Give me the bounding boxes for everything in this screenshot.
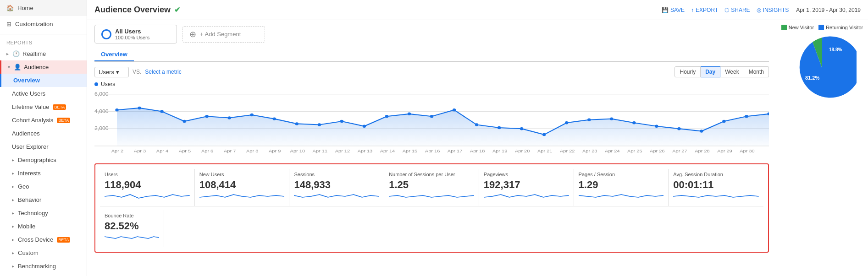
sidebar-cohort-label: Cohort Analysis xyxy=(12,117,53,124)
svg-point-23 xyxy=(453,108,456,111)
svg-point-12 xyxy=(205,115,208,118)
sidebar-item-customization[interactable]: ⊞ Customization xyxy=(0,16,87,32)
sidebar-item-overview[interactable]: Overview xyxy=(0,74,87,87)
share-button[interactable]: ⬡ SHARE xyxy=(724,7,750,13)
sidebar-home-label: Home xyxy=(17,5,33,11)
all-users-segment[interactable]: All Users 100.00% Users xyxy=(94,25,177,43)
main-area: Audience Overview ✔ 💾 SAVE ↑ EXPORT ⬡ SH… xyxy=(87,0,868,276)
metric-value-sessions-per-user: 1.25 xyxy=(389,179,474,191)
svg-text:Apr 27: Apr 27 xyxy=(672,148,687,153)
export-button[interactable]: ↑ EXPORT xyxy=(691,7,718,13)
new-visitor-color-box xyxy=(781,25,787,30)
sidebar-item-lifetime-value[interactable]: Lifetime Value BETA xyxy=(0,100,87,114)
metrics-grid: Users 118,904 New Users 108,414 xyxy=(100,169,763,206)
sidebar-item-technology[interactable]: Technology xyxy=(0,206,87,220)
beta-badge-cohort: BETA xyxy=(57,118,70,123)
segment-info: All Users 100.00% Users xyxy=(115,28,149,40)
tab-overview[interactable]: Overview xyxy=(94,48,134,61)
svg-text:Apr 20: Apr 20 xyxy=(515,148,530,153)
metric-label-sessions-per-user: Number of Sessions per User xyxy=(389,172,474,177)
sidebar-item-cross-device[interactable]: Cross Device BETA xyxy=(0,233,87,246)
select-metric-link[interactable]: Select a metric xyxy=(145,69,181,75)
svg-text:Apr 26: Apr 26 xyxy=(650,148,665,153)
sparkline-new-users xyxy=(199,191,285,202)
sidebar-mobile-label: Mobile xyxy=(18,223,35,230)
time-btn-day[interactable]: Day xyxy=(701,66,720,77)
sidebar-cross-device-label: Cross Device xyxy=(18,236,53,243)
sidebar-user-explorer-label: User Explorer xyxy=(12,143,48,150)
sidebar-item-realtime[interactable]: 🕐 Realtime xyxy=(0,47,87,60)
metric-value-bounce-rate: 82.52% xyxy=(105,220,159,232)
save-button[interactable]: 💾 SAVE xyxy=(662,7,685,13)
svg-point-9 xyxy=(138,107,141,109)
sidebar-item-home[interactable]: 🏠 Home xyxy=(0,0,87,16)
time-btn-month[interactable]: Month xyxy=(744,66,769,77)
chart-legend: Users xyxy=(94,81,769,87)
sidebar-item-custom[interactable]: Custom xyxy=(0,246,87,260)
save-label: SAVE xyxy=(670,7,685,13)
svg-point-27 xyxy=(542,133,546,136)
sparkline-avg-session xyxy=(673,191,759,202)
sparkline-bounce-rate xyxy=(105,232,159,243)
metric-label-avg-session-duration: Avg. Session Duration xyxy=(673,172,759,177)
sidebar-geo-label: Geo xyxy=(18,183,29,190)
svg-point-35 xyxy=(722,120,725,123)
sidebar-item-behavior[interactable]: Behavior xyxy=(0,193,87,206)
sidebar-item-audiences[interactable]: Audiences xyxy=(0,127,87,140)
right-panel: New Visitor Returning Visitor 1 xyxy=(776,20,868,276)
sidebar-item-mobile[interactable]: Mobile xyxy=(0,220,87,233)
svg-point-26 xyxy=(520,127,523,130)
metric-dropdown[interactable]: Users ▾ xyxy=(94,67,129,77)
svg-text:Apr 21: Apr 21 xyxy=(537,148,553,153)
svg-text:Apr 25: Apr 25 xyxy=(627,148,642,153)
legend-dot xyxy=(94,82,98,86)
sidebar-item-user-explorer[interactable]: User Explorer xyxy=(0,140,87,153)
svg-text:Apr 10: Apr 10 xyxy=(290,148,305,153)
svg-text:Apr 9: Apr 9 xyxy=(269,148,281,153)
time-buttons: Hourly Day Week Month xyxy=(674,66,769,77)
time-btn-week[interactable]: Week xyxy=(720,66,744,77)
insights-button[interactable]: ◎ INSIGHTS xyxy=(757,7,789,13)
plus-icon: ⊕ xyxy=(189,29,196,39)
svg-text:Apr 4: Apr 4 xyxy=(156,148,169,153)
svg-text:Apr 28: Apr 28 xyxy=(695,148,710,153)
metric-cell-pageviews: Pageviews 192,317 xyxy=(479,169,574,206)
svg-point-36 xyxy=(745,115,748,118)
metric-label-users: Users xyxy=(105,172,190,177)
sparkline-sessions-per-user xyxy=(389,191,474,202)
metrics-grid-wrapper: Users 118,904 New Users 108,414 xyxy=(94,163,769,253)
date-range[interactable]: Apr 1, 2019 - Apr 30, 2019 xyxy=(796,7,861,13)
sidebar-benchmarking-label: Benchmarking xyxy=(18,263,56,270)
sidebar-overview-label: Overview xyxy=(13,77,40,84)
add-segment-button[interactable]: ⊕ + Add Segment xyxy=(182,26,265,43)
sidebar-item-interests[interactable]: Interests xyxy=(0,167,87,180)
insights-icon: ◎ xyxy=(757,7,761,13)
svg-text:4,000: 4,000 xyxy=(94,108,109,114)
sidebar-item-active-users[interactable]: Active Users xyxy=(0,87,87,100)
share-label: SHARE xyxy=(731,7,750,13)
svg-text:Apr 8: Apr 8 xyxy=(246,148,259,153)
export-label: EXPORT xyxy=(696,7,718,13)
svg-text:Apr 6: Apr 6 xyxy=(201,148,214,153)
svg-point-14 xyxy=(250,114,254,116)
sidebar-item-audience[interactable]: 👤 Audience xyxy=(0,60,87,74)
svg-text:Apr 15: Apr 15 xyxy=(403,148,418,153)
sidebar-lifetime-value-label: Lifetime Value xyxy=(12,103,49,110)
sparkline-users xyxy=(105,191,190,202)
pie-legend: New Visitor Returning Visitor xyxy=(781,25,863,30)
page-title-text: Audience Overview xyxy=(94,5,171,15)
pie-chart-container: 18.8% 81.2% xyxy=(788,34,857,103)
sidebar: 🏠 Home ⊞ Customization REPORTS 🕐 Realtim… xyxy=(0,0,87,276)
svg-point-22 xyxy=(430,115,433,118)
returning-visitor-color-box xyxy=(818,25,824,30)
metric-value-new-users: 108,414 xyxy=(199,179,285,191)
sidebar-item-cohort-analysis[interactable]: Cohort Analysis BETA xyxy=(0,114,87,127)
svg-text:6,000: 6,000 xyxy=(94,92,109,97)
svg-point-29 xyxy=(587,119,591,121)
sidebar-item-geo[interactable]: Geo xyxy=(0,180,87,193)
sidebar-item-benchmarking[interactable]: Benchmarking xyxy=(0,260,87,273)
line-chart-svg: 6,000 4,000 2,000 xyxy=(94,89,769,153)
sidebar-item-demographics[interactable]: Demographics xyxy=(0,153,87,167)
time-btn-hourly[interactable]: Hourly xyxy=(674,66,701,77)
svg-point-28 xyxy=(565,121,568,124)
